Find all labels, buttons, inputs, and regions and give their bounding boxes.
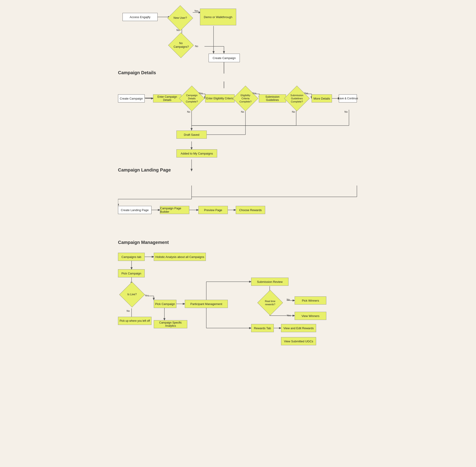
new-user-diamond: New User? <box>169 7 191 29</box>
no-save: No <box>344 110 348 113</box>
real-time-diamond: Real time rewards? <box>259 291 282 314</box>
campaign-details-section: Create Campaign Enter Campaign Details C… <box>118 84 358 183</box>
yes-label-1: Yes <box>194 10 198 12</box>
no-live: No <box>127 310 130 312</box>
view-winners-box: View Winners <box>295 312 326 320</box>
yes-ec: Yes <box>252 92 256 95</box>
no-cd: No <box>187 110 190 113</box>
enter-campaign-details-box: Enter Campaign Details <box>153 94 181 103</box>
management-section-label: Campaign Management <box>118 240 169 245</box>
yes-cd: Yes <box>199 92 203 95</box>
no-ec: No <box>241 110 244 113</box>
rewards-tab-box: Rewards Tab <box>251 324 274 332</box>
management-section: Campaign Management <box>118 240 358 358</box>
save-continue-box: Save & Continue <box>339 94 357 103</box>
create-landing-box: Create Landing Page <box>118 206 151 214</box>
demo-walkthrough-box: Demo or Walkthrough <box>200 9 236 25</box>
choose-rewards-box: Choose Rewards <box>236 206 265 214</box>
participant-management-box: Participant Management <box>185 300 228 308</box>
submission-guidelines-box: Submission Guidelines <box>259 94 286 103</box>
eligibility-complete-diamond: Eligibility Criteria Complete? <box>234 87 257 110</box>
added-campaigns-box: Added to My Campaigns <box>177 149 217 157</box>
submission-review-box: Submission Review <box>251 278 288 286</box>
pick-winners-box: Pick Winners <box>295 296 326 305</box>
access-engajify-box: Access Engajify <box>122 13 158 21</box>
landing-section-label: Campaign Landing Page <box>118 168 171 173</box>
view-edit-rewards-box: View and Edit Rewards <box>281 324 316 332</box>
pick-campaign-1-box: Pick Campaign <box>118 269 145 277</box>
yes-sc: Yes <box>304 92 308 95</box>
preview-page-box: Preview Page <box>198 206 228 214</box>
no-sc: No <box>292 110 295 113</box>
no-label-1: No <box>177 29 180 31</box>
campaign-complete-diamond: Campaign Details Complete? <box>180 87 203 110</box>
is-live-diamond: Is Live? <box>121 283 143 306</box>
create-campaign-row-box: Create Campaign <box>118 94 145 103</box>
create-campaign-top-box: Create Campaign <box>209 54 240 62</box>
connector-line-1 <box>224 62 224 74</box>
yes-live: Yes <box>145 294 149 297</box>
view-submitted-ugcs-box: View Submitted UGCs <box>281 337 316 345</box>
draft-saved-box: Draft Saved <box>177 130 207 139</box>
campaigns-tab-box: Campaigns tab <box>118 253 145 261</box>
pick-campaign-2-box: Pick Campaign <box>154 300 177 308</box>
campaign-analytics-box: Campaign Specific Analytics <box>154 320 187 328</box>
holistic-analysis-box: Holistic Analysis about all Campaigns <box>154 253 206 261</box>
campaign-details-section-label: Campaign Details <box>118 70 156 75</box>
yes-rt: Yes <box>287 314 291 317</box>
no-label-2: No <box>195 45 198 48</box>
top-connector <box>224 81 224 88</box>
no-campaigns-diamond: No Campaigns? <box>170 34 192 57</box>
submission-complete-diamond: Submission Guidelines Complete? <box>286 87 308 110</box>
landing-section: Create Landing Page Campaign Page Builde… <box>118 185 358 231</box>
no-rt: No <box>287 298 290 301</box>
top-section: Access Engajify New User? Yes Demo or Wa… <box>118 4 358 81</box>
more-details-box: More Details <box>312 94 332 103</box>
page-builder-box: Campaign Page Builder <box>160 206 189 214</box>
enter-eligibility-box: Enter Eligibility Criteria <box>205 94 235 103</box>
pick-up-box: Pick up where you left off <box>118 317 151 325</box>
